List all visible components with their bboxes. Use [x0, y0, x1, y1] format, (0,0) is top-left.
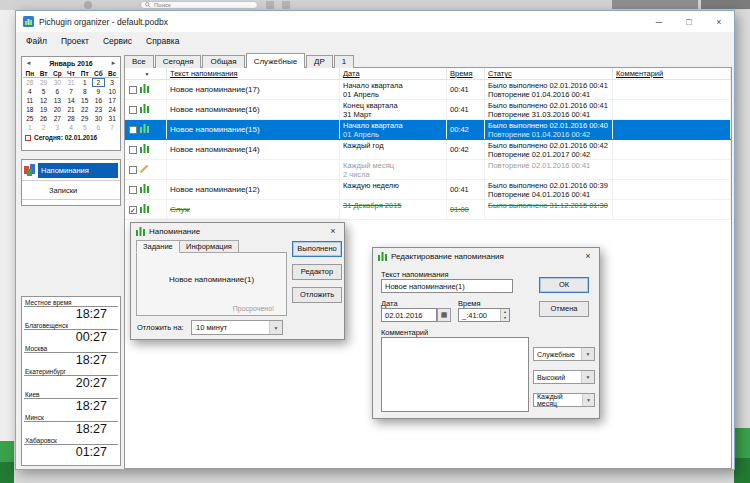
table-row[interactable]: Новое напоминание(14) Каждый год 00:42 Б… [125, 140, 731, 160]
tab-task[interactable]: Задание [136, 240, 180, 253]
cancel-button[interactable]: Отмена [539, 301, 589, 317]
calendar-today-row[interactable]: Сегодня: 02.01.2016 [22, 132, 120, 141]
dialog-title-bar[interactable]: Редактирование напоминания × [373, 248, 599, 264]
calendar-day[interactable]: 3 [105, 78, 119, 87]
table-row-selected[interactable]: Новое напоминание(15) Начало квартала 01… [125, 120, 731, 140]
calendar-day[interactable]: 29 [78, 114, 92, 123]
calendar-day[interactable]: 17 [105, 96, 119, 105]
column-header-text[interactable]: Текст напоминания [170, 69, 238, 78]
row-checkbox[interactable] [129, 86, 137, 94]
table-row[interactable]: Каждый месяц 2 числа Повторение 02.01.20… [125, 160, 731, 180]
calendar-day-today[interactable]: 2 [92, 78, 106, 87]
calendar-day[interactable]: 12 [37, 96, 51, 105]
calendar-prev-icon[interactable]: ◄ [22, 60, 35, 66]
snooze-duration-select[interactable]: 10 минут ▼ [191, 320, 283, 335]
chevron-down-icon[interactable]: ▼ [582, 394, 594, 406]
calendar-day[interactable]: 1 [78, 78, 92, 87]
calendar-day[interactable]: 16 [92, 96, 106, 105]
chevron-down-icon[interactable]: ▼ [269, 321, 282, 334]
sort-arrow-icon[interactable]: ▼ [145, 71, 150, 77]
ok-button[interactable]: ОК [539, 277, 589, 293]
calendar-day[interactable]: 18 [23, 105, 37, 114]
column-header-date[interactable]: Дата [343, 69, 360, 78]
calendar-day[interactable]: 13 [50, 96, 64, 105]
calendar-day[interactable]: 5 [37, 87, 51, 96]
date-input[interactable] [381, 308, 437, 322]
close-icon[interactable]: × [325, 226, 341, 236]
calendar-day[interactable]: 7 [64, 87, 78, 96]
chevron-down-icon[interactable]: ▼ [581, 371, 594, 383]
calendar-day[interactable]: 4 [64, 123, 78, 132]
editor-button[interactable]: Редактор [292, 264, 342, 280]
tab-dr[interactable]: ДР [306, 55, 333, 68]
tab-all[interactable]: Все [124, 55, 154, 68]
row-checkbox[interactable] [129, 166, 137, 174]
title-bar[interactable]: Pichugin organizer - default.podbx ─ □ × [16, 11, 734, 32]
tab-service[interactable]: Служебные [246, 53, 305, 68]
chevron-down-icon[interactable]: ▼ [581, 348, 594, 360]
tab-general[interactable]: Общая [202, 55, 244, 68]
close-button[interactable]: × [704, 11, 734, 32]
calendar-day[interactable]: 24 [105, 105, 119, 114]
calendar-day[interactable]: 3 [50, 123, 64, 132]
close-icon[interactable]: × [580, 251, 596, 261]
calendar-day[interactable]: 31 [105, 114, 119, 123]
column-header-time[interactable]: Время [450, 69, 473, 78]
tab-1[interactable]: 1 [334, 55, 354, 68]
calendar-day[interactable]: 6 [50, 87, 64, 96]
calendar-next-icon[interactable]: ► [107, 60, 120, 66]
calendar-day[interactable]: 27 [50, 114, 64, 123]
calendar-day[interactable]: 2 [37, 123, 51, 132]
date-picker-icon[interactable]: ▦ [437, 308, 451, 322]
calendar-day[interactable]: 28 [64, 114, 78, 123]
sidebar-item-reminders[interactable]: Напоминания [22, 160, 120, 181]
repeat-select[interactable]: Каждый месяц ▼ [533, 393, 595, 407]
calendar-day[interactable]: 29 [37, 78, 51, 87]
desktop-search-box[interactable]: Поиск [140, 1, 258, 9]
calendar-day[interactable]: 8 [78, 87, 92, 96]
table-row[interactable]: Новое напоминание(16) Конец квартала 31 … [125, 100, 731, 120]
row-checkbox[interactable] [129, 186, 137, 194]
calendar-day[interactable]: 5 [78, 123, 92, 132]
calendar-day[interactable]: 28 [23, 78, 37, 87]
calendar-day[interactable]: 22 [78, 105, 92, 114]
snooze-button[interactable]: Отложить [292, 287, 342, 303]
calendar-day[interactable]: 21 [64, 105, 78, 114]
calendar-day[interactable]: 26 [37, 114, 51, 123]
spin-down-icon[interactable]: ▼ [501, 315, 509, 321]
row-checkbox[interactable] [129, 146, 137, 154]
time-input[interactable]: _:41:00 ▲ ▼ [458, 308, 510, 322]
done-button[interactable]: Выполнено [292, 241, 342, 257]
calendar-day[interactable]: 23 [92, 105, 106, 114]
priority-select[interactable]: Высокий ▼ [533, 370, 595, 384]
row-checkbox[interactable] [129, 126, 137, 134]
calendar-day[interactable]: 7 [105, 123, 119, 132]
calendar-day[interactable]: 20 [50, 105, 64, 114]
column-header-status[interactable]: Статус [488, 69, 512, 78]
reminder-text-input[interactable] [381, 279, 513, 293]
menu-project[interactable]: Проект [54, 36, 96, 46]
dialog-title-bar[interactable]: Напоминание × [131, 223, 344, 239]
menu-help[interactable]: Справка [139, 36, 186, 46]
menu-file[interactable]: Файл [19, 36, 54, 46]
table-row[interactable]: Новое напоминание(17) Начало квартала 01… [125, 80, 731, 100]
calendar-day[interactable]: 30 [92, 114, 106, 123]
calendar-day[interactable]: 9 [92, 87, 106, 96]
calendar-day[interactable]: 30 [50, 78, 64, 87]
table-row[interactable]: Новое напоминание(12) Каждую неделю 00:4… [125, 180, 731, 200]
calendar-day[interactable]: 1 [23, 123, 37, 132]
calendar-day[interactable]: 14 [64, 96, 78, 105]
calendar-day[interactable]: 25 [23, 114, 37, 123]
calendar-day[interactable]: 4 [23, 87, 37, 96]
column-header-comment[interactable]: Комментарий [616, 69, 663, 78]
calendar-day[interactable]: 19 [37, 105, 51, 114]
category-select[interactable]: Служебные ▼ [533, 347, 595, 361]
calendar-day[interactable]: 6 [92, 123, 106, 132]
comment-textarea[interactable] [381, 337, 529, 412]
calendar-day[interactable]: 31 [64, 78, 78, 87]
row-checkbox-checked[interactable]: ✓ [129, 206, 137, 214]
sidebar-item-notes[interactable]: Записки [22, 181, 120, 200]
minimize-button[interactable]: ─ [644, 11, 674, 32]
calendar-day[interactable]: 15 [78, 96, 92, 105]
time-spinner[interactable]: ▲ ▼ [500, 309, 509, 321]
